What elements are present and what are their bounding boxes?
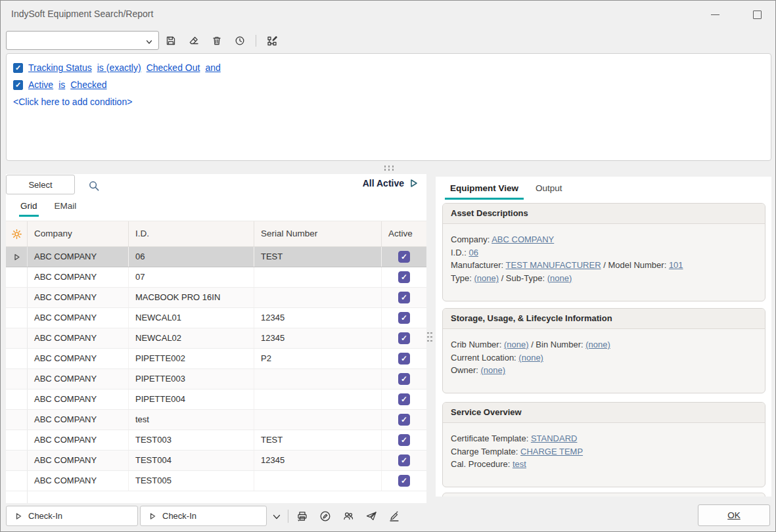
cal-procedure-link[interactable]: test (513, 459, 526, 469)
condition-field-link[interactable]: Tracking Status (28, 62, 92, 73)
condition-value-link[interactable]: Checked Out (147, 62, 200, 73)
tab-email[interactable]: EMail (53, 198, 78, 217)
cell-id[interactable]: test (129, 410, 254, 430)
table-row[interactable]: ABC COMPANY NEWCAL01 12345 (6, 308, 426, 328)
table-row[interactable]: ABC COMPANY PIPETTE002 P2 (6, 349, 426, 369)
cell-id[interactable]: PIPETTE003 (129, 369, 254, 389)
condition-field-link[interactable]: Active (28, 79, 53, 90)
cell-serial[interactable] (254, 410, 382, 430)
active-checkbox[interactable] (398, 454, 410, 466)
cell-id[interactable]: TEST004 (129, 451, 254, 470)
saved-search-combobox[interactable] (6, 31, 159, 50)
charge-template-link[interactable]: CHARGE TEMP (520, 447, 583, 456)
cell-id[interactable]: TEST005 (129, 471, 254, 491)
cell-id[interactable]: PIPETTE002 (129, 349, 254, 368)
manufacturer-link[interactable]: TEST MANUFACTURER (506, 260, 601, 270)
table-row[interactable]: ABC COMPANY TEST003 TEST (6, 430, 426, 451)
clear-search-button[interactable] (185, 32, 202, 49)
table-row[interactable]: ABC COMPANY PIPETTE003 (6, 369, 426, 389)
condition-checkbox[interactable] (13, 80, 23, 90)
location-link[interactable]: (none) (518, 353, 543, 363)
ok-button[interactable]: OK (698, 504, 770, 526)
send-button[interactable] (363, 508, 379, 524)
users-button[interactable] (340, 508, 356, 524)
column-header-id[interactable]: I.D. (129, 221, 254, 246)
crib-link[interactable]: (none) (504, 340, 529, 349)
cell-serial[interactable]: TEST (254, 247, 382, 267)
cell-id[interactable]: NEWCAL02 (129, 328, 254, 348)
cell-company[interactable]: ABC COMPANY (28, 369, 129, 389)
checkin-button-1[interactable]: Check-In (6, 506, 138, 526)
tab-grid[interactable]: Grid (19, 198, 39, 217)
checkin-button-2[interactable]: Check-In (140, 506, 267, 526)
cell-company[interactable]: ABC COMPANY (28, 451, 129, 470)
condition-conjunction-link[interactable]: and (205, 62, 220, 73)
table-row[interactable]: ABC COMPANY TEST005 (6, 471, 426, 491)
minimize-button[interactable] (704, 6, 726, 23)
cell-company[interactable]: ABC COMPANY (28, 247, 129, 267)
cell-id[interactable]: NEWCAL01 (129, 308, 254, 328)
active-checkbox[interactable] (398, 251, 410, 263)
active-checkbox[interactable] (398, 373, 410, 385)
cell-company[interactable]: ABC COMPANY (28, 308, 129, 328)
bin-link[interactable]: (none) (585, 340, 610, 349)
cell-serial[interactable]: P2 (254, 349, 382, 368)
cell-serial[interactable] (254, 471, 382, 491)
cell-company[interactable]: ABC COMPANY (28, 430, 129, 450)
active-checkbox[interactable] (398, 353, 410, 365)
cell-id[interactable]: MACBOOK PRO 16IN (129, 288, 254, 307)
print-button[interactable] (294, 508, 310, 524)
column-header-serial[interactable]: Serial Number (254, 221, 382, 246)
delete-search-button[interactable] (208, 32, 225, 49)
maximize-button[interactable] (746, 6, 768, 23)
cell-serial[interactable] (254, 288, 382, 307)
company-link[interactable]: ABC COMPANY (491, 234, 554, 244)
column-header-company[interactable]: Company (28, 221, 129, 246)
scope-selector[interactable]: All Active (363, 178, 419, 188)
horizontal-splitter-grip[interactable] (383, 165, 394, 171)
cell-serial[interactable]: 12345 (254, 328, 382, 348)
condition-checkbox[interactable] (13, 63, 23, 73)
cell-company[interactable]: ABC COMPANY (28, 471, 129, 491)
certificate-template-link[interactable]: STANDARD (531, 433, 578, 443)
active-checkbox[interactable] (398, 434, 410, 446)
active-checkbox[interactable] (398, 271, 410, 283)
id-link[interactable]: 06 (468, 248, 478, 257)
tab-output[interactable]: Output (530, 179, 568, 200)
edit-button[interactable] (317, 508, 333, 524)
active-checkbox[interactable] (398, 312, 410, 324)
owner-link[interactable]: (none) (481, 365, 506, 375)
column-header-active[interactable]: Active (382, 221, 426, 246)
cell-serial[interactable] (254, 369, 382, 389)
condition-operator-link[interactable]: is (exactly) (97, 62, 141, 73)
grid-customize-button[interactable] (6, 221, 28, 246)
select-button[interactable]: Select (6, 175, 75, 194)
condition-operator-link[interactable]: is (58, 79, 65, 90)
table-row[interactable]: ABC COMPANY 07 (6, 267, 426, 288)
condition-value-link[interactable]: Checked (70, 79, 106, 90)
cell-id[interactable]: 07 (129, 267, 254, 287)
cell-id[interactable]: PIPETTE004 (129, 389, 254, 409)
cell-id[interactable]: TEST003 (129, 430, 254, 450)
cell-serial[interactable] (254, 389, 382, 409)
sign-button[interactable] (386, 508, 402, 524)
cell-serial[interactable]: 12345 (254, 451, 382, 470)
tab-equipment-view[interactable]: Equipment View (445, 179, 524, 200)
cell-company[interactable]: ABC COMPANY (28, 267, 129, 287)
cell-company[interactable]: ABC COMPANY (28, 389, 129, 409)
cell-company[interactable]: ABC COMPANY (28, 328, 129, 348)
active-checkbox[interactable] (398, 332, 410, 344)
active-checkbox[interactable] (398, 292, 410, 303)
vertical-splitter-grip[interactable] (426, 331, 432, 342)
model-link[interactable]: 101 (669, 260, 683, 270)
cell-company[interactable]: ABC COMPANY (28, 288, 129, 307)
subtype-link[interactable]: (none) (547, 273, 572, 283)
cell-serial[interactable]: 12345 (254, 308, 382, 328)
table-row[interactable]: ABC COMPANY PIPETTE004 (6, 389, 426, 410)
table-row[interactable]: ABC COMPANY NEWCAL02 12345 (6, 328, 426, 349)
design-query-button[interactable] (263, 32, 281, 49)
active-checkbox[interactable] (398, 414, 410, 426)
active-checkbox[interactable] (398, 475, 410, 487)
add-condition-link[interactable]: <Click here to add condition> (13, 93, 764, 110)
cell-serial[interactable] (254, 267, 382, 287)
